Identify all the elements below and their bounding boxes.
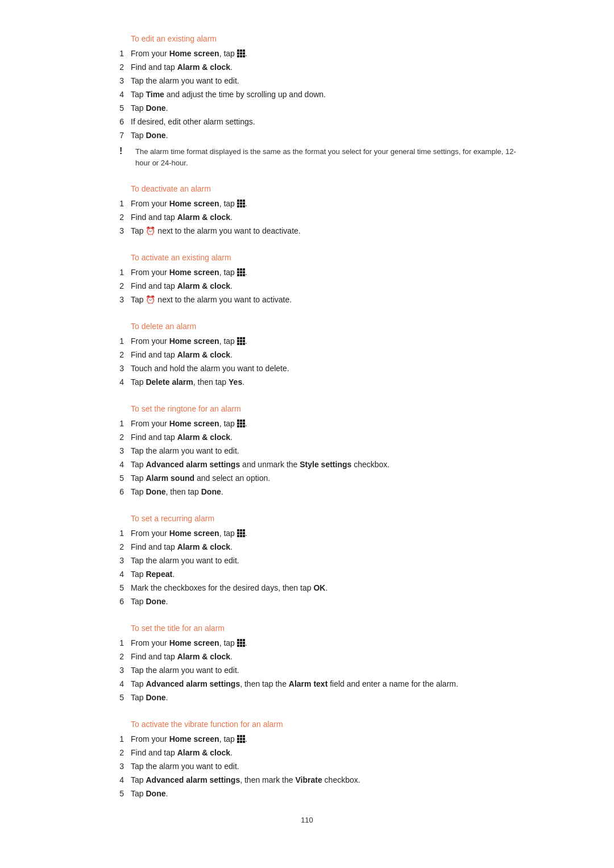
step-text: Tap Advanced alarm settings and unmark t… (131, 459, 517, 471)
step-item: 6Tap Done, then tap Done. (97, 486, 517, 498)
step-item: 3Tap the alarm you want to edit. (97, 445, 517, 457)
step-list-recurring-alarm: 1From your Home screen, tap .2Find and t… (97, 528, 517, 608)
step-list-title-alarm: 1From your Home screen, tap .2Find and t… (97, 637, 517, 704)
step-number: 5 (97, 788, 131, 800)
step-item: 3Tap ⏰ next to the alarm you want to act… (97, 294, 517, 306)
step-text: Find and tap Alarm & clock. (131, 349, 517, 361)
step-text: Find and tap Alarm & clock. (131, 747, 517, 759)
step-item: 1From your Home screen, tap . (97, 418, 517, 430)
step-number: 5 (97, 582, 131, 594)
step-item: 4Tap Advanced alarm settings, then mark … (97, 774, 517, 786)
step-text: Tap the alarm you want to edit. (131, 75, 517, 87)
step-number: 3 (97, 665, 131, 676)
step-number: 7 (97, 130, 131, 142)
step-item: 2Find and tap Alarm & clock. (97, 747, 517, 759)
step-text: Tap Advanced alarm settings, then tap th… (131, 678, 517, 690)
step-number: 2 (97, 541, 131, 553)
step-item: 2Find and tap Alarm & clock. (97, 280, 517, 292)
step-item: 4Tap Repeat. (97, 568, 517, 580)
step-item: 3Touch and hold the alarm you want to de… (97, 363, 517, 375)
step-number: 1 (97, 637, 131, 649)
step-item: 2Find and tap Alarm & clock. (97, 211, 517, 223)
step-number: 4 (97, 89, 131, 101)
step-text: Tap the alarm you want to edit. (131, 555, 517, 567)
step-number: 1 (97, 528, 131, 539)
note-icon: ! (119, 146, 131, 168)
step-item: 2Find and tap Alarm & clock. (97, 61, 517, 73)
step-text: From your Home screen, tap . (131, 733, 517, 745)
step-text: Find and tap Alarm & clock. (131, 541, 517, 553)
step-number: 1 (97, 335, 131, 347)
footer: This is an Internet version of this publ… (0, 864, 614, 868)
step-item: 3Tap the alarm you want to edit. (97, 761, 517, 773)
step-number: 1 (97, 418, 131, 430)
step-number: 3 (97, 761, 131, 773)
step-number: 1 (97, 198, 131, 210)
step-item: 5Tap Done. (97, 692, 517, 704)
step-item: 3Tap the alarm you want to edit. (97, 665, 517, 676)
step-item: 1From your Home screen, tap . (97, 48, 517, 60)
step-number: 3 (97, 294, 131, 306)
section-activate-alarm: To activate an existing alarm1From your … (97, 253, 517, 306)
step-number: 2 (97, 211, 131, 223)
step-text: Tap Advanced alarm settings, then mark t… (131, 774, 517, 786)
step-number: 3 (97, 225, 131, 237)
step-text: Mark the checkboxes for the desired days… (131, 582, 517, 594)
step-number: 1 (97, 267, 131, 279)
section-title-title-alarm: To set the title for an alarm (97, 624, 517, 633)
step-number: 4 (97, 678, 131, 690)
step-text: Tap Time and adjust the time by scrollin… (131, 89, 517, 101)
section-vibrate-alarm: To activate the vibrate function for an … (97, 720, 517, 800)
step-item: 4Tap Time and adjust the time by scrolli… (97, 89, 517, 101)
step-text: Tap Done. (131, 692, 517, 704)
step-number: 3 (97, 363, 131, 375)
main-content: To edit an existing alarm1From your Home… (85, 0, 529, 864)
step-number: 3 (97, 445, 131, 457)
step-item: 6If desired, edit other alarm settings. (97, 116, 517, 128)
step-text: Tap ⏰ next to the alarm you want to deac… (131, 225, 517, 237)
step-number: 2 (97, 349, 131, 361)
step-text: Find and tap Alarm & clock. (131, 280, 517, 292)
step-item: 7Tap Done. (97, 130, 517, 142)
step-item: 1From your Home screen, tap . (97, 637, 517, 649)
step-number: 3 (97, 555, 131, 567)
section-title-recurring-alarm: To set a recurring alarm (97, 514, 517, 523)
step-number: 5 (97, 692, 131, 704)
step-item: 2Find and tap Alarm & clock. (97, 349, 517, 361)
step-text: From your Home screen, tap . (131, 335, 517, 347)
step-text: If desired, edit other alarm settings. (131, 116, 517, 128)
step-number: 6 (97, 596, 131, 608)
step-item: 2Find and tap Alarm & clock. (97, 541, 517, 553)
step-text: Tap the alarm you want to edit. (131, 665, 517, 676)
step-text: Tap Repeat. (131, 568, 517, 580)
section-title-activate-alarm: To activate an existing alarm (97, 253, 517, 262)
step-text: Touch and hold the alarm you want to del… (131, 363, 517, 375)
step-text: Tap Done. (131, 102, 517, 114)
section-delete-alarm: To delete an alarm1From your Home screen… (97, 322, 517, 388)
step-number: 5 (97, 472, 131, 484)
step-item: 3Tap ⏰ next to the alarm you want to dea… (97, 225, 517, 237)
step-item: 3Tap the alarm you want to edit. (97, 555, 517, 567)
section-title-ringtone-alarm: To set the ringtone for an alarm (97, 404, 517, 413)
step-number: 2 (97, 280, 131, 292)
step-text: From your Home screen, tap . (131, 637, 517, 649)
step-item: 4Tap Advanced alarm settings, then tap t… (97, 678, 517, 690)
step-item: 1From your Home screen, tap . (97, 267, 517, 279)
step-number: 2 (97, 61, 131, 73)
step-item: 1From your Home screen, tap . (97, 733, 517, 745)
step-item: 4Tap Delete alarm, then tap Yes. (97, 376, 517, 388)
step-item: 6Tap Done. (97, 596, 517, 608)
step-item: 2Find and tap Alarm & clock. (97, 431, 517, 443)
step-number: 6 (97, 486, 131, 498)
step-number: 2 (97, 651, 131, 663)
section-edit-alarm: To edit an existing alarm1From your Home… (97, 34, 517, 168)
step-item: 5Mark the checkboxes for the desired day… (97, 582, 517, 594)
section-title-edit-alarm: To edit an existing alarm (97, 34, 517, 43)
step-text: From your Home screen, tap . (131, 267, 517, 279)
step-text: From your Home screen, tap . (131, 418, 517, 430)
step-list-ringtone-alarm: 1From your Home screen, tap .2Find and t… (97, 418, 517, 498)
step-number: 6 (97, 116, 131, 128)
step-number: 1 (97, 48, 131, 60)
note-text: The alarm time format displayed is the s… (135, 146, 517, 168)
step-item: 5Tap Done. (97, 788, 517, 800)
